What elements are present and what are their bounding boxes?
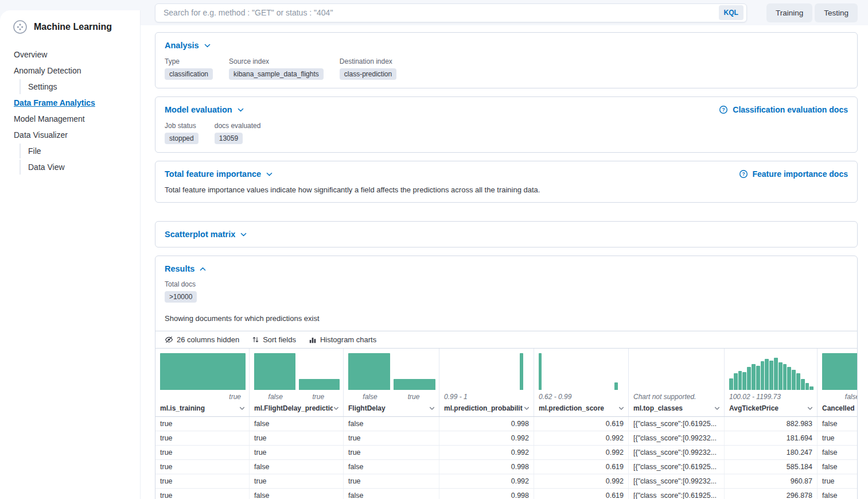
table-cell[interactable]: 0.619 xyxy=(534,460,629,474)
sidebar-item-data-view[interactable]: Data View xyxy=(20,160,140,175)
table-cell[interactable]: false xyxy=(344,460,439,474)
table-cell[interactable]: true xyxy=(344,474,439,488)
table-cell[interactable]: true xyxy=(155,489,250,499)
table-cell[interactable]: 180.247 xyxy=(725,446,818,459)
column-header-AvgTicketPrice[interactable]: 100.02 - 1199.73AvgTicketPrice xyxy=(725,349,818,416)
sidebar-item-settings[interactable]: Settings xyxy=(20,79,140,94)
field-label: Job status xyxy=(165,122,198,130)
table-cell[interactable]: false xyxy=(344,489,439,499)
table-cell[interactable]: false xyxy=(818,489,857,499)
feature-importance-section-toggle[interactable]: Total feature importance xyxy=(165,169,273,179)
table-cell[interactable]: [{"class_score":[0.61925... xyxy=(629,460,725,474)
search-input[interactable] xyxy=(162,7,719,18)
column-name: ml.top_classes xyxy=(633,404,683,412)
table-cell[interactable]: true xyxy=(344,446,439,459)
column-header-ml.FlightDelay_predictic[interactable]: falsetrueml.FlightDelay_predictic xyxy=(250,349,344,416)
testing-button[interactable]: Testing xyxy=(815,3,858,22)
sidebar-title: Machine Learning xyxy=(34,22,112,32)
table-cell[interactable]: 181.694 xyxy=(725,431,818,445)
classification-evaluation-docs-link[interactable]: ? Classification evaluation docs xyxy=(719,105,848,114)
chevron-down-icon[interactable] xyxy=(618,405,625,412)
histogram-chart xyxy=(444,353,530,390)
field-type: Type classification xyxy=(165,57,213,80)
table-cell[interactable]: false xyxy=(818,446,857,459)
eye-closed-icon xyxy=(165,335,173,344)
column-header-ml.prediction_score[interactable]: 0.62 - 0.99ml.prediction_score xyxy=(534,349,629,416)
table-cell[interactable]: 0.992 xyxy=(534,431,629,445)
table-cell[interactable]: false xyxy=(250,417,344,431)
training-button[interactable]: Training xyxy=(766,3,812,22)
table-cell[interactable]: 0.992 xyxy=(439,474,534,488)
table-cell[interactable]: true xyxy=(818,474,857,488)
column-header-ml.prediction_probabilit[interactable]: 0.99 - 1ml.prediction_probabilit xyxy=(439,349,534,416)
column-header-Cancelled[interactable]: falseCancelled xyxy=(818,349,857,416)
field-destination-index: Destination index class-prediction xyxy=(340,57,396,80)
chevron-down-icon[interactable] xyxy=(333,405,340,412)
scatterplot-matrix-panel: Scatterplot matrix xyxy=(155,221,858,247)
histogram-charts-button[interactable]: Histogram charts xyxy=(309,335,376,344)
table-cell[interactable]: 0.619 xyxy=(534,489,629,499)
column-header-FlightDelay[interactable]: falsetrueFlightDelay xyxy=(344,349,439,416)
sidebar-item-overview[interactable]: Overview xyxy=(0,47,140,62)
table-cell[interactable]: false xyxy=(250,460,344,474)
table-cell[interactable]: 296.878 xyxy=(725,489,818,499)
table-cell[interactable]: true xyxy=(250,431,344,445)
sidebar-item-data-visualizer[interactable]: Data Visualizer xyxy=(0,127,140,142)
table-cell[interactable]: true xyxy=(250,446,344,459)
table-cell[interactable]: true xyxy=(155,474,250,488)
sidebar-item-anomaly-detection[interactable]: Anomaly Detection xyxy=(0,63,140,78)
table-cell[interactable]: true xyxy=(344,431,439,445)
column-header-ml.top_classes[interactable]: Chart not supported.ml.top_classes xyxy=(629,349,725,416)
table-cell[interactable]: [{"class_score":[0.61925... xyxy=(629,417,725,431)
results-section-toggle[interactable]: Results xyxy=(165,264,207,273)
sort-fields-button[interactable]: Sort fields xyxy=(252,335,296,344)
chevron-down-icon[interactable] xyxy=(714,405,721,412)
source-index-badge: kibana_sample_data_flights xyxy=(229,68,324,80)
table-cell[interactable]: true xyxy=(155,417,250,431)
table-cell[interactable]: 0.998 xyxy=(439,417,534,431)
table-cell[interactable]: false xyxy=(818,460,857,474)
histogram-chart xyxy=(633,353,721,390)
model-evaluation-section-toggle[interactable]: Model evaluation xyxy=(165,105,244,114)
table-cell[interactable]: 0.992 xyxy=(534,474,629,488)
table-cell[interactable]: true xyxy=(155,460,250,474)
chevron-down-icon[interactable] xyxy=(429,405,435,412)
table-cell[interactable]: 0.992 xyxy=(439,446,534,459)
table-cell[interactable]: 0.998 xyxy=(439,460,534,474)
analysis-title: Analysis xyxy=(165,41,199,50)
sidebar-item-file[interactable]: File xyxy=(20,144,140,158)
table-cell[interactable]: true xyxy=(155,446,250,459)
table-cell[interactable]: [{"class_score":[0.99232... xyxy=(629,474,725,488)
kql-button[interactable]: KQL xyxy=(719,5,744,20)
table-cell[interactable]: 0.992 xyxy=(534,446,629,459)
table-cell[interactable]: [{"class_score":[0.61925... xyxy=(629,489,725,499)
chevron-down-icon[interactable] xyxy=(239,405,246,412)
column-header-ml.is_training[interactable]: trueml.is_training xyxy=(155,349,250,416)
table-cell[interactable]: true xyxy=(250,474,344,488)
table-cell[interactable]: [{"class_score":[0.99232... xyxy=(629,446,725,459)
table-cell[interactable]: 585.184 xyxy=(725,460,818,474)
grid-header: trueml.is_trainingfalsetrueml.FlightDela… xyxy=(155,348,857,417)
scatterplot-matrix-section-toggle[interactable]: Scatterplot matrix xyxy=(165,230,247,239)
analysis-section-toggle[interactable]: Analysis xyxy=(165,41,211,50)
sidebar-item-model-management[interactable]: Model Management xyxy=(0,111,140,126)
table-cell[interactable]: 0.998 xyxy=(439,489,534,499)
table-cell[interactable]: false xyxy=(344,417,439,431)
sidebar-item-data-frame-analytics[interactable]: Data Frame Analytics xyxy=(0,95,140,110)
table-cell[interactable]: false xyxy=(818,417,857,431)
chevron-down-icon[interactable] xyxy=(807,405,813,412)
table-cell[interactable]: 0.992 xyxy=(439,431,534,445)
chevron-down-icon[interactable] xyxy=(523,405,530,412)
columns-hidden-button[interactable]: 26 columns hidden xyxy=(165,335,239,344)
table-cell[interactable]: true xyxy=(818,431,857,445)
table-cell[interactable]: 960.87 xyxy=(725,474,818,488)
results-title: Results xyxy=(165,264,194,273)
table-row: truetruetrue0.9920.992[{"class_score":[0… xyxy=(155,431,857,446)
histogram-label: 100.02 - 1199.73 xyxy=(729,393,813,402)
feature-importance-docs-link[interactable]: ? Feature importance docs xyxy=(739,169,848,179)
table-cell[interactable]: [{"class_score":[0.99232... xyxy=(629,431,725,445)
table-cell[interactable]: 0.619 xyxy=(534,417,629,431)
table-cell[interactable]: 882.983 xyxy=(725,417,818,431)
table-cell[interactable]: false xyxy=(250,489,344,499)
table-cell[interactable]: true xyxy=(155,431,250,445)
